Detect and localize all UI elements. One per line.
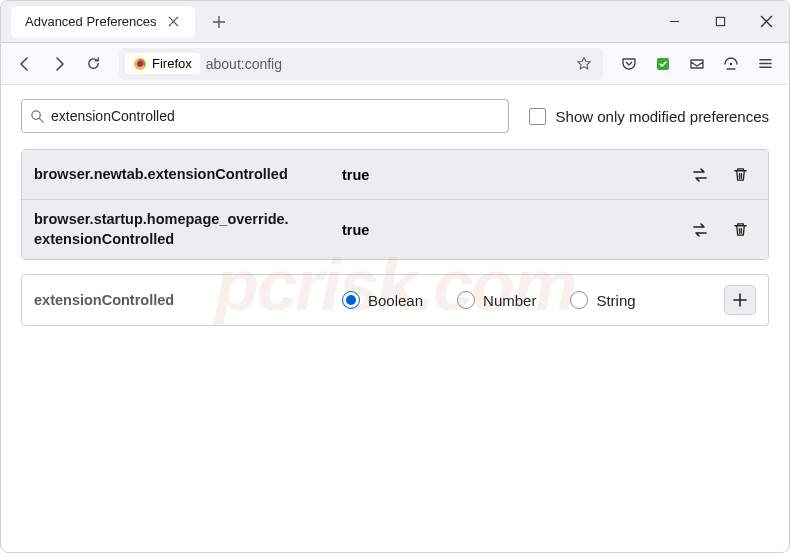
add-button[interactable]	[724, 285, 756, 315]
swap-icon	[691, 166, 709, 184]
svg-rect-0	[716, 17, 724, 25]
radio-number[interactable]: Number	[457, 291, 536, 309]
radio-label: String	[596, 292, 635, 309]
checkbox-icon	[529, 108, 546, 125]
radio-string[interactable]: String	[570, 291, 635, 309]
preference-row[interactable]: browser.startup.homepage_override. exten…	[22, 200, 768, 259]
radio-icon	[457, 291, 475, 309]
pref-actions	[684, 161, 756, 189]
radio-icon	[342, 291, 360, 309]
radio-boolean[interactable]: Boolean	[342, 291, 423, 309]
maximize-button[interactable]	[697, 1, 743, 43]
search-row: Show only modified preferences	[21, 99, 769, 133]
search-icon	[30, 109, 45, 124]
plus-icon	[733, 293, 747, 307]
back-button[interactable]	[9, 48, 41, 80]
search-input[interactable]	[51, 108, 500, 124]
type-radio-group: Boolean Number String	[342, 291, 724, 309]
firefox-icon	[133, 57, 147, 71]
pref-actions	[684, 216, 756, 244]
new-pref-name: extensionControlled	[34, 292, 334, 308]
bookmark-star-icon[interactable]	[571, 51, 597, 77]
url-bar[interactable]: Firefox	[119, 48, 603, 80]
radio-label: Number	[483, 292, 536, 309]
radio-icon	[570, 291, 588, 309]
toggle-button[interactable]	[684, 161, 716, 189]
delete-button[interactable]	[724, 161, 756, 189]
content-area: Show only modified preferences browser.n…	[1, 85, 789, 340]
pocket-button[interactable]	[613, 48, 645, 80]
browser-window: Advanced Preferences	[0, 0, 790, 553]
preference-row[interactable]: browser.newtab.extensionControlled true	[22, 150, 768, 200]
titlebar: Advanced Preferences	[1, 1, 789, 43]
firefox-badge: Firefox	[125, 53, 200, 74]
reload-button[interactable]	[77, 48, 109, 80]
inbox-button[interactable]	[681, 48, 713, 80]
trash-icon	[732, 166, 749, 183]
pref-name: browser.newtab.extensionControlled	[34, 165, 334, 185]
toolbar: Firefox	[1, 43, 789, 85]
show-modified-checkbox[interactable]: Show only modified preferences	[529, 108, 769, 125]
svg-point-2	[137, 60, 143, 66]
url-input[interactable]	[206, 56, 565, 72]
pref-value: true	[342, 167, 684, 183]
tab-title: Advanced Preferences	[25, 14, 157, 29]
close-icon[interactable]	[167, 15, 181, 29]
checkbox-label: Show only modified preferences	[556, 108, 769, 125]
window-controls	[651, 1, 789, 43]
forward-button[interactable]	[43, 48, 75, 80]
close-window-button[interactable]	[743, 1, 789, 43]
minimize-button[interactable]	[651, 1, 697, 43]
svg-point-4	[730, 62, 732, 64]
active-tab[interactable]: Advanced Preferences	[11, 6, 195, 38]
toggle-button[interactable]	[684, 216, 716, 244]
badge-label: Firefox	[152, 56, 192, 71]
menu-button[interactable]	[749, 48, 781, 80]
search-box[interactable]	[21, 99, 509, 133]
delete-button[interactable]	[724, 216, 756, 244]
vpn-button[interactable]	[715, 48, 747, 80]
trash-icon	[732, 221, 749, 238]
new-preference-row: extensionControlled Boolean Number Strin…	[21, 274, 769, 326]
extension-button[interactable]	[647, 48, 679, 80]
swap-icon	[691, 221, 709, 239]
radio-label: Boolean	[368, 292, 423, 309]
new-tab-button[interactable]	[205, 8, 233, 36]
preferences-list: browser.newtab.extensionControlled true …	[21, 149, 769, 260]
pref-value: true	[342, 222, 684, 238]
pref-name: browser.startup.homepage_override. exten…	[34, 210, 334, 249]
